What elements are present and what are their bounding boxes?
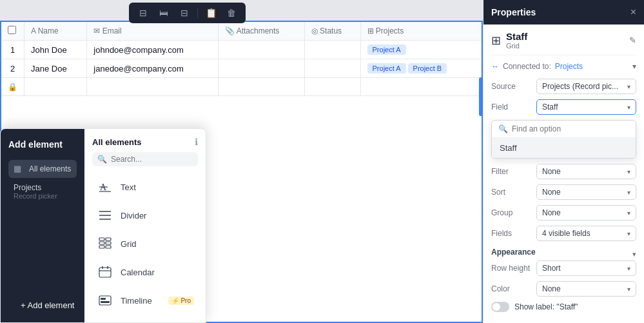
fields-chevron-icon: ▾ xyxy=(627,230,630,237)
nav-projects-label: Projects xyxy=(14,183,72,192)
cell-email-1: johndoe@company.com xyxy=(87,41,219,59)
project-badge-b: Project B xyxy=(408,63,447,73)
element-timeline[interactable]: Timeline ⚡ Pro xyxy=(92,286,198,315)
select-all-checkbox[interactable] xyxy=(8,26,16,34)
field-control[interactable]: Staff ▾ xyxy=(536,99,636,115)
dropdown-item-staff[interactable]: Staff xyxy=(492,138,636,158)
toggle-knob xyxy=(493,303,500,311)
source-chevron-icon: ▾ xyxy=(627,83,630,90)
field-select[interactable]: Staff ▾ xyxy=(536,99,636,115)
cell-lock-status xyxy=(304,78,360,96)
sort-value: None xyxy=(542,188,561,197)
elements-title: All elements xyxy=(92,137,142,147)
show-label-toggle[interactable] xyxy=(491,302,509,312)
source-row: Source Projects (Record pic... ▾ xyxy=(491,79,636,94)
row-height-value: Short xyxy=(542,264,561,273)
appearance-section: Appearance ▾ Row height Short ▾ Color No… xyxy=(491,248,636,312)
cell-projects-1: Project A xyxy=(360,41,481,59)
element-divider[interactable]: Divider xyxy=(92,201,198,230)
row-num-1: 1 xyxy=(1,41,24,59)
color-control[interactable]: None ▾ xyxy=(536,281,636,297)
properties-panel: Properties × ⊞ Staff Grid ✎ ↔ Connected … xyxy=(483,0,644,323)
table-row: 2 Jane Doe janedoe@company.com Project A… xyxy=(1,59,482,78)
toolbar-icon-2[interactable]: 🛏 xyxy=(155,5,173,21)
element-search-input[interactable] xyxy=(111,155,193,164)
source-value: Projects (Record pic... xyxy=(542,82,618,91)
toolbar-icon-delete[interactable]: 🗑 xyxy=(222,5,240,21)
add-element-panel: Add element ▦ All elements Projects Reco… xyxy=(0,128,206,323)
col-attachments: 📎 Attachments xyxy=(218,22,304,41)
data-table: A Name ✉ Email 📎 Attachments ◎ Status ⊞ … xyxy=(1,22,482,96)
show-label-text: Show label: "Staff" xyxy=(514,302,578,311)
field-value: Staff xyxy=(542,103,558,112)
group-label: Group xyxy=(491,208,536,217)
props-name-group: Staff Grid xyxy=(506,31,527,50)
source-label: Source xyxy=(491,82,536,91)
row-height-select[interactable]: Short ▾ xyxy=(536,260,636,276)
project-badge-a: Project A xyxy=(367,63,406,73)
appearance-title: Appearance xyxy=(491,248,536,257)
source-control[interactable]: Projects (Record pic... ▾ xyxy=(536,79,636,94)
fields-select[interactable]: 4 visible fields ▾ xyxy=(536,226,636,241)
group-chevron-icon: ▾ xyxy=(627,210,630,217)
filter-select[interactable]: None ▾ xyxy=(536,164,636,179)
svg-rect-12 xyxy=(99,268,111,277)
appearance-chevron-icon: ▾ xyxy=(632,250,636,259)
sort-control[interactable]: None ▾ xyxy=(536,184,636,200)
element-grid[interactable]: Grid xyxy=(92,230,198,258)
group-select[interactable]: None ▾ xyxy=(536,205,636,220)
toolbar-icon-3[interactable]: ⊟ xyxy=(175,5,193,21)
filter-value: None xyxy=(542,167,561,176)
svg-rect-16 xyxy=(99,296,111,305)
cell-name-1: John Doe xyxy=(24,41,87,59)
chevron-down-icon: ▾ xyxy=(632,62,636,71)
calendar-label: Calendar xyxy=(121,268,155,277)
connected-value: Projects xyxy=(555,62,583,71)
timeline-icon xyxy=(96,291,114,309)
row-height-chevron-icon: ▾ xyxy=(627,265,630,272)
cell-status-1 xyxy=(304,41,360,59)
edit-icon[interactable]: ✎ xyxy=(629,35,636,45)
col-checkbox[interactable] xyxy=(1,22,24,41)
project-badge: Project A xyxy=(367,44,406,55)
dropdown-search-input[interactable] xyxy=(512,124,629,133)
filter-chevron-icon: ▾ xyxy=(627,168,630,175)
color-value: None xyxy=(542,284,561,293)
fields-control[interactable]: 4 visible fields ▾ xyxy=(536,226,636,241)
field-chevron-icon: ▾ xyxy=(627,104,630,111)
element-text[interactable]: A Text xyxy=(92,173,198,201)
add-element-button[interactable]: + Add element xyxy=(10,295,84,315)
group-control[interactable]: None ▾ xyxy=(536,205,636,220)
element-calendar[interactable]: Calendar xyxy=(92,258,198,286)
scroll-indicator xyxy=(479,77,483,116)
appearance-header[interactable]: Appearance ▾ xyxy=(491,248,636,260)
cell-projects-2: Project AProject B xyxy=(360,59,481,78)
row-height-control[interactable]: Short ▾ xyxy=(536,260,636,276)
sort-label: Sort xyxy=(491,188,536,197)
cell-status-2 xyxy=(304,59,360,78)
sort-chevron-icon: ▾ xyxy=(627,189,630,196)
svg-rect-18 xyxy=(101,301,110,303)
table-row-lock: 🔒 xyxy=(1,78,482,96)
source-select[interactable]: Projects (Record pic... ▾ xyxy=(536,79,636,94)
toolbar-icon-copy[interactable]: 📋 xyxy=(202,5,220,21)
col-email-icon: ✉ xyxy=(93,26,100,35)
svg-rect-11 xyxy=(106,246,111,248)
nav-item-projects[interactable]: Projects Record picker xyxy=(8,181,77,202)
filter-control[interactable]: None ▾ xyxy=(536,164,636,179)
color-select[interactable]: None ▾ xyxy=(536,281,636,297)
cell-attachments-2 xyxy=(218,59,304,78)
connected-bar[interactable]: ↔ Connected to: Projects ▾ xyxy=(491,62,636,71)
toolbar-icon-1[interactable]: ⊟ xyxy=(134,5,152,21)
color-chevron-icon: ▾ xyxy=(627,286,630,293)
svg-rect-7 xyxy=(106,238,111,240)
sort-select[interactable]: None ▾ xyxy=(536,184,636,200)
toolbar: ⊟ 🛏 ⊟ 📋 🗑 xyxy=(129,3,246,23)
nav-item-all-elements[interactable]: ▦ All elements xyxy=(8,160,77,178)
element-search-box[interactable]: 🔍 xyxy=(92,152,198,166)
close-icon[interactable]: × xyxy=(630,6,636,18)
dropdown-item-label: Staff xyxy=(500,143,517,153)
dropdown-search-row[interactable]: 🔍 xyxy=(492,121,636,138)
connected-arrows-icon: ↔ xyxy=(491,62,499,71)
more-props: Filter None ▾ Sort None ▾ Gr xyxy=(491,164,636,241)
